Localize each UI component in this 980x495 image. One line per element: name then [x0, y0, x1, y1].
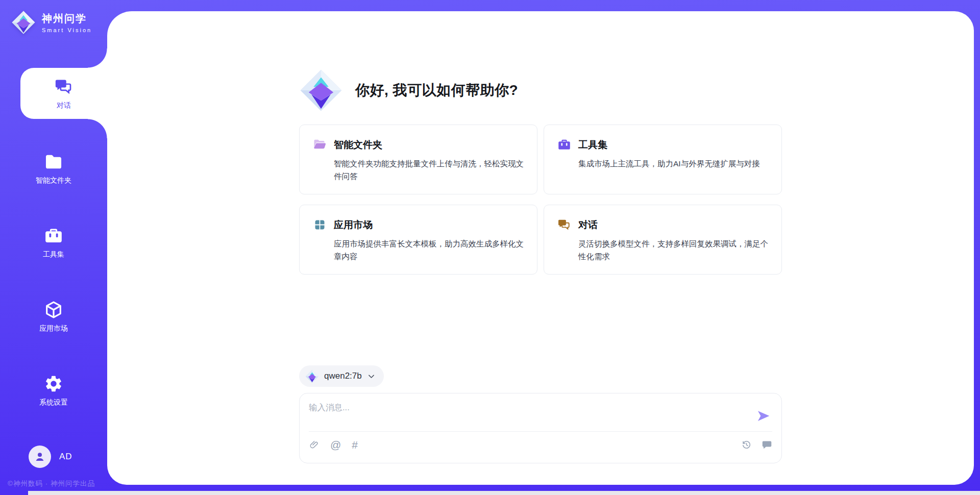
sidebar: 神州问学 Smart Vision 对话 智能文件夹 工具集 应用市场 系统设置… [0, 0, 107, 495]
copyright-footer: ©神州数码 · 神州问学出品 [8, 479, 95, 488]
send-button[interactable] [756, 408, 771, 424]
card-title: 智能文件夹 [334, 138, 382, 152]
assistant-diamond-icon [299, 68, 343, 112]
window-bottom-strip [28, 491, 980, 495]
greeting-title: 你好, 我可以如何帮助你? [355, 81, 518, 100]
chevron-down-icon [367, 372, 376, 381]
sidebar-item-app-market[interactable]: 应用市场 [0, 294, 107, 338]
sidebar-item-label: 智能文件夹 [36, 176, 71, 185]
conversation-button[interactable] [762, 439, 772, 450]
history-button[interactable] [741, 439, 752, 450]
briefcase-icon [557, 138, 571, 152]
sidebar-item-toolset[interactable]: 工具集 [0, 220, 107, 264]
chat-icon [54, 77, 74, 96]
sidebar-item-label: 工具集 [43, 250, 64, 259]
attach-button[interactable] [309, 439, 320, 450]
card-description: 应用市场提供丰富长文本模板，助力高效生成多样化文章内容 [334, 237, 524, 263]
mention-button[interactable]: @ [330, 439, 341, 450]
composer-tools-right [741, 439, 772, 450]
card-description: 集成市场上主流工具，助力AI与外界无缝扩展与对接 [578, 157, 768, 170]
paperclip-icon [309, 439, 320, 450]
card-toolset[interactable]: 工具集 集成市场上主流工具，助力AI与外界无缝扩展与对接 [544, 125, 782, 194]
card-chat[interactable]: 对话 灵活切换多模型文件，支持多样回复效果调试，满足个性化需求 [544, 205, 782, 275]
comment-icon [762, 439, 772, 450]
history-icon [741, 439, 752, 450]
main-panel: 你好, 我可以如何帮助你? 智能文件夹 智能文件夹功能支持批量文件上传与清洗，轻… [107, 11, 974, 485]
sidebar-item-settings[interactable]: 系统设置 [0, 368, 107, 412]
folder-icon [44, 152, 63, 171]
cube-icon [44, 300, 63, 319]
user-name: AD [59, 452, 72, 462]
model-diamond-icon [305, 369, 319, 383]
user-account[interactable]: AD [29, 445, 72, 468]
brand-subtitle: Smart Vision [42, 27, 92, 33]
greeting-hero: 你好, 我可以如何帮助你? [299, 68, 782, 112]
gear-icon [44, 374, 63, 393]
brand-name: 神州问学 [42, 12, 92, 26]
open-folder-icon [313, 138, 327, 152]
card-smart-folder[interactable]: 智能文件夹 智能文件夹功能支持批量文件上传与清洗，轻松实现文件问答 [299, 125, 537, 194]
person-icon [33, 450, 46, 463]
feature-cards: 智能文件夹 智能文件夹功能支持批量文件上传与清洗，轻松实现文件问答 工具集 集成… [299, 125, 782, 275]
send-icon [756, 408, 771, 424]
card-title: 应用市场 [334, 218, 373, 232]
message-composer: @ # [299, 393, 782, 463]
sidebar-item-label: 对话 [57, 101, 71, 110]
model-selector[interactable]: qwen2:7b [299, 365, 384, 387]
sidebar-item-chat[interactable]: 对话 [20, 68, 107, 119]
card-description: 智能文件夹功能支持批量文件上传与清洗，轻松实现文件问答 [334, 157, 524, 183]
card-description: 灵活切换多模型文件，支持多样回复效果调试，满足个性化需求 [578, 237, 768, 263]
chat-icon [557, 218, 571, 232]
sidebar-item-smart-folder[interactable]: 智能文件夹 [0, 146, 107, 190]
sidebar-item-label: 应用市场 [39, 324, 68, 333]
topic-button[interactable]: # [352, 439, 358, 450]
app-logo: 神州问学 Smart Vision [11, 10, 92, 35]
toolbox-icon [44, 226, 63, 245]
card-app-market[interactable]: 应用市场 应用市场提供丰富长文本模板，助力高效生成多样化文章内容 [299, 205, 537, 275]
message-input[interactable] [309, 400, 751, 431]
app-grid-icon [313, 218, 327, 232]
sidebar-item-label: 系统设置 [39, 398, 68, 407]
avatar[interactable] [29, 445, 51, 468]
card-title: 工具集 [578, 138, 607, 152]
composer-tools-left: @ # [309, 439, 358, 450]
brand-diamond-icon [11, 10, 36, 35]
model-name: qwen2:7b [324, 371, 362, 381]
card-title: 对话 [578, 218, 598, 232]
